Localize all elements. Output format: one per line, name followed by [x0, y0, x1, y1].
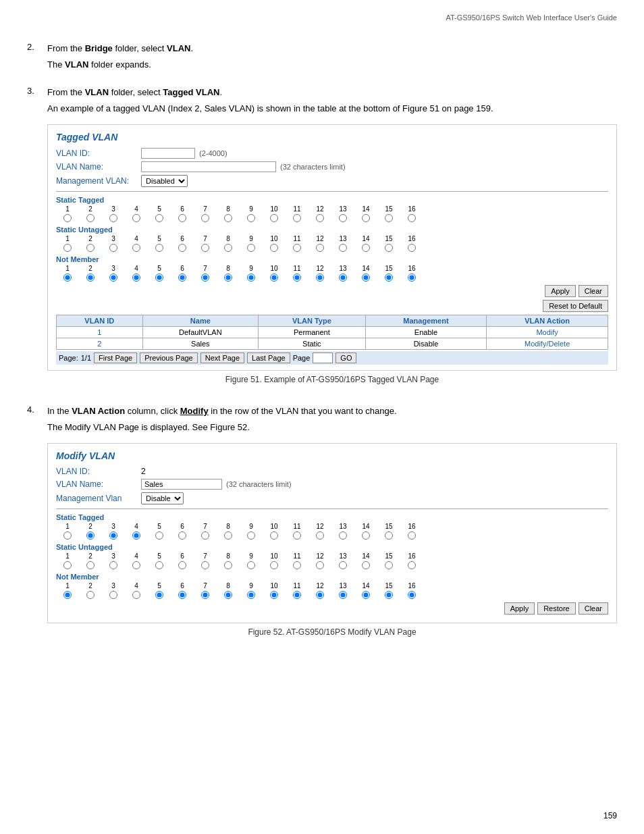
static-tagged-radio-11[interactable] — [293, 214, 301, 222]
f52-vlan-name-input[interactable] — [141, 479, 222, 490]
last-page-button[interactable]: Last Page — [247, 353, 290, 363]
f52-not-member-radio-12[interactable] — [316, 591, 324, 599]
not-member-radio-5[interactable] — [155, 273, 163, 282]
f52-static-untagged-radio-14[interactable] — [362, 561, 370, 569]
f52-not-member-radio-5[interactable] — [155, 591, 163, 599]
f52-not-member-radio-13[interactable] — [339, 591, 347, 599]
static-untagged-radio-3[interactable] — [109, 244, 117, 252]
f52-static-untagged-radio-7[interactable] — [201, 561, 209, 569]
static-untagged-radio-1[interactable] — [63, 244, 72, 252]
f52-static-untagged-radio-6[interactable] — [178, 561, 186, 569]
f52-not-member-radio-11[interactable] — [293, 591, 301, 599]
vlan-id-link-1[interactable]: 1 — [97, 328, 101, 336]
static-untagged-radio-9[interactable] — [247, 244, 255, 252]
static-tagged-radio-10[interactable] — [270, 214, 278, 222]
not-member-radio-7[interactable] — [201, 273, 209, 282]
static-untagged-radio-7[interactable] — [201, 244, 209, 252]
f52-restore-button[interactable]: Restore — [537, 602, 576, 615]
f52-static-untagged-radio-11[interactable] — [293, 561, 301, 569]
static-tagged-radio-12[interactable] — [316, 214, 324, 222]
static-untagged-radios[interactable] — [56, 243, 608, 253]
not-member-radio-3[interactable] — [109, 273, 117, 282]
f52-static-untagged-radio-8[interactable] — [224, 561, 232, 569]
f52-static-untagged-radio-13[interactable] — [339, 561, 347, 569]
first-page-button[interactable]: First Page — [94, 353, 137, 363]
f52-static-tagged-radio-3[interactable] — [109, 531, 117, 540]
modify-link-1[interactable]: Modify — [536, 328, 558, 336]
static-tagged-radio-3[interactable] — [109, 214, 117, 222]
f52-static-tagged-radio-16[interactable] — [408, 531, 416, 540]
static-tagged-radio-8[interactable] — [224, 214, 232, 222]
not-member-radios[interactable] — [56, 273, 608, 282]
page-number-input[interactable] — [313, 353, 333, 363]
f52-static-untagged-radio-2[interactable] — [86, 561, 95, 569]
static-tagged-radio-5[interactable] — [155, 214, 163, 222]
not-member-radio-15[interactable] — [385, 273, 393, 282]
mgmt-vlan-select[interactable]: Disabled Enabled — [141, 175, 188, 187]
not-member-radio-11[interactable] — [293, 273, 301, 282]
static-untagged-radio-11[interactable] — [293, 244, 301, 252]
static-untagged-radio-6[interactable] — [178, 244, 186, 252]
static-untagged-radio-5[interactable] — [155, 244, 163, 252]
not-member-radio-10[interactable] — [270, 273, 278, 282]
static-untagged-radio-2[interactable] — [86, 244, 95, 252]
f52-not-member-radio-3[interactable] — [109, 591, 117, 599]
f52-static-tagged-radio-7[interactable] — [201, 531, 209, 540]
f52-mgmt-vlan-select[interactable]: Disable Enable — [141, 492, 184, 504]
f52-static-tagged-radio-14[interactable] — [362, 531, 370, 540]
f52-static-untagged-radio-3[interactable] — [109, 561, 117, 569]
f52-static-tagged-radio-2[interactable] — [86, 531, 95, 540]
f52-static-tagged-radio-8[interactable] — [224, 531, 232, 540]
f52-static-tagged-radio-1[interactable] — [63, 531, 72, 540]
f52-static-tagged-radio-12[interactable] — [316, 531, 324, 540]
not-member-radio-9[interactable] — [247, 273, 255, 282]
static-untagged-radio-8[interactable] — [224, 244, 232, 252]
f52-static-untagged-radio-15[interactable] — [385, 561, 393, 569]
f52-static-tagged-radio-13[interactable] — [339, 531, 347, 540]
f52-not-member-radio-7[interactable] — [201, 591, 209, 599]
f52-not-member-radios[interactable] — [56, 590, 608, 600]
f52-not-member-radio-9[interactable] — [247, 591, 255, 599]
reset-to-default-button[interactable]: Reset to Default — [543, 300, 608, 312]
static-tagged-radios[interactable] — [56, 213, 608, 223]
f52-static-untagged-radio-10[interactable] — [270, 561, 278, 569]
not-member-radio-8[interactable] — [224, 273, 232, 282]
f52-not-member-radio-4[interactable] — [132, 591, 140, 599]
f52-static-tagged-radios[interactable] — [56, 531, 608, 540]
f52-static-untagged-radio-16[interactable] — [408, 561, 416, 569]
vlan-id-input[interactable] — [141, 148, 195, 159]
not-member-radio-6[interactable] — [178, 273, 186, 282]
f52-not-member-radio-6[interactable] — [178, 591, 186, 599]
f52-static-tagged-radio-11[interactable] — [293, 531, 301, 540]
static-untagged-radio-12[interactable] — [316, 244, 324, 252]
not-member-radio-2[interactable] — [86, 273, 95, 282]
static-tagged-radio-16[interactable] — [408, 214, 416, 222]
not-member-radio-14[interactable] — [362, 273, 370, 282]
f52-apply-button[interactable]: Apply — [504, 602, 535, 615]
static-untagged-radio-13[interactable] — [339, 244, 347, 252]
prev-page-button[interactable]: Previous Page — [140, 353, 198, 363]
clear-button[interactable]: Clear — [579, 285, 608, 297]
modify-delete-link-2[interactable]: Modify/Delete — [525, 340, 570, 348]
static-tagged-radio-7[interactable] — [201, 214, 209, 222]
f52-not-member-radio-14[interactable] — [362, 591, 370, 599]
static-tagged-radio-9[interactable] — [247, 214, 255, 222]
not-member-radio-4[interactable] — [132, 273, 140, 282]
static-untagged-radio-15[interactable] — [385, 244, 393, 252]
f52-static-tagged-radio-4[interactable] — [132, 531, 140, 540]
static-tagged-radio-15[interactable] — [385, 214, 393, 222]
static-untagged-radio-4[interactable] — [132, 244, 140, 252]
f52-not-member-radio-8[interactable] — [224, 591, 232, 599]
apply-button[interactable]: Apply — [545, 285, 576, 297]
f52-not-member-radio-1[interactable] — [63, 591, 72, 599]
static-untagged-radio-14[interactable] — [362, 244, 370, 252]
f52-not-member-radio-15[interactable] — [385, 591, 393, 599]
f52-clear-button[interactable]: Clear — [579, 602, 608, 615]
static-tagged-radio-1[interactable] — [63, 214, 72, 222]
f52-static-tagged-radio-5[interactable] — [155, 531, 163, 540]
next-page-button[interactable]: Next Page — [200, 353, 244, 363]
f52-static-untagged-radio-9[interactable] — [247, 561, 255, 569]
f52-not-member-radio-2[interactable] — [86, 591, 95, 599]
f52-static-tagged-radio-15[interactable] — [385, 531, 393, 540]
go-button[interactable]: GO — [336, 353, 356, 363]
